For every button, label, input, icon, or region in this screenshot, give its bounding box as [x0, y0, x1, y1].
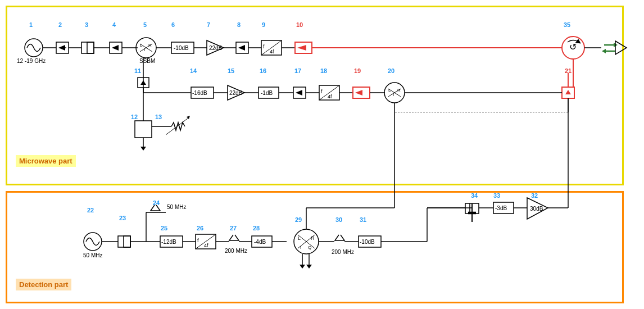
svg-text:-3dB: -3dB	[495, 205, 507, 211]
svg-text:3: 3	[85, 21, 88, 28]
svg-text:20: 20	[388, 67, 394, 74]
svg-text:f: f	[197, 238, 199, 243]
svg-text:35: 35	[564, 21, 570, 28]
svg-text:31: 31	[360, 216, 366, 223]
svg-text:22: 22	[87, 207, 94, 213]
main-container: Microwave part Detection part 1 12 -19 G…	[0, 0, 644, 309]
svg-text:200 MHz: 200 MHz	[225, 248, 247, 254]
svg-text:29: 29	[295, 216, 302, 223]
svg-text:4: 4	[112, 21, 116, 28]
svg-marker-155	[306, 265, 312, 269]
svg-marker-15	[112, 45, 119, 51]
svg-text:4f: 4f	[270, 49, 274, 54]
svg-text:↺: ↺	[569, 42, 577, 52]
svg-rect-63	[135, 121, 152, 138]
svg-text:6: 6	[171, 21, 175, 28]
svg-text:I: I	[144, 47, 145, 52]
svg-text:22dB: 22dB	[209, 45, 223, 51]
svg-text:30: 30	[335, 216, 342, 223]
svg-text:f: f	[263, 44, 265, 49]
svg-rect-11	[87, 42, 94, 53]
svg-text:SSBM: SSBM	[139, 58, 155, 64]
svg-text:16: 16	[260, 67, 266, 74]
svg-text:-4dB: -4dB	[254, 239, 266, 245]
svg-marker-36	[238, 45, 245, 51]
svg-marker-56	[615, 41, 627, 54]
svg-text:-1dB: -1dB	[261, 90, 273, 96]
svg-text:8: 8	[237, 21, 241, 28]
svg-marker-65	[140, 147, 146, 151]
svg-text:13: 13	[155, 113, 162, 120]
svg-text:2: 2	[58, 21, 62, 28]
svg-text:-10dB: -10dB	[360, 239, 375, 245]
svg-text:26: 26	[197, 225, 203, 231]
svg-rect-119	[118, 236, 130, 247]
svg-rect-10	[81, 42, 94, 53]
svg-marker-153	[300, 265, 305, 269]
svg-text:15: 15	[228, 67, 234, 74]
svg-text:1: 1	[29, 21, 33, 28]
svg-marker-6	[58, 45, 65, 51]
svg-marker-107	[565, 90, 571, 94]
svg-text:32: 32	[531, 192, 538, 199]
svg-text:14: 14	[190, 67, 197, 74]
svg-text:-16dB: -16dB	[192, 90, 207, 96]
svg-text:33: 33	[493, 192, 500, 199]
svg-text:19: 19	[354, 67, 361, 74]
svg-text:27: 27	[230, 225, 237, 231]
svg-text:10: 10	[296, 21, 303, 28]
svg-text:30dB: 30dB	[530, 206, 543, 212]
svg-text:12: 12	[131, 113, 138, 120]
svg-marker-46	[297, 45, 306, 51]
svg-text:28: 28	[253, 225, 260, 231]
svg-text:12 -19 GHz: 12 -19 GHz	[17, 58, 46, 64]
svg-text:-12dB: -12dB	[161, 239, 176, 245]
svg-text:17: 17	[294, 67, 301, 74]
svg-rect-120	[124, 236, 130, 247]
svg-text:4f: 4f	[204, 243, 208, 248]
svg-text:23: 23	[119, 215, 126, 221]
svg-marker-86	[296, 90, 302, 96]
svg-marker-55	[602, 49, 606, 53]
svg-text:22dB: 22dB	[229, 90, 243, 96]
svg-text:18: 18	[320, 67, 327, 74]
svg-text:50 MHz: 50 MHz	[167, 204, 186, 210]
svg-marker-96	[355, 90, 362, 96]
svg-text:50 MHz: 50 MHz	[83, 252, 102, 258]
svg-text:34: 34	[471, 192, 478, 199]
svg-text:7: 7	[207, 21, 210, 28]
svg-text:f: f	[321, 89, 323, 94]
svg-text:200 MHz: 200 MHz	[332, 249, 354, 255]
svg-marker-60	[140, 80, 146, 85]
svg-text:9: 9	[262, 21, 265, 28]
diagram-svg: 1 12 -19 GHz 2 3 4 5 L I R	[0, 0, 644, 309]
svg-text:4f: 4f	[328, 94, 332, 99]
svg-text:-10dB: -10dB	[174, 45, 189, 51]
svg-text:25: 25	[161, 225, 167, 231]
svg-text:Q: Q	[308, 245, 311, 250]
svg-text:11: 11	[134, 67, 141, 74]
svg-text:5: 5	[143, 21, 147, 28]
